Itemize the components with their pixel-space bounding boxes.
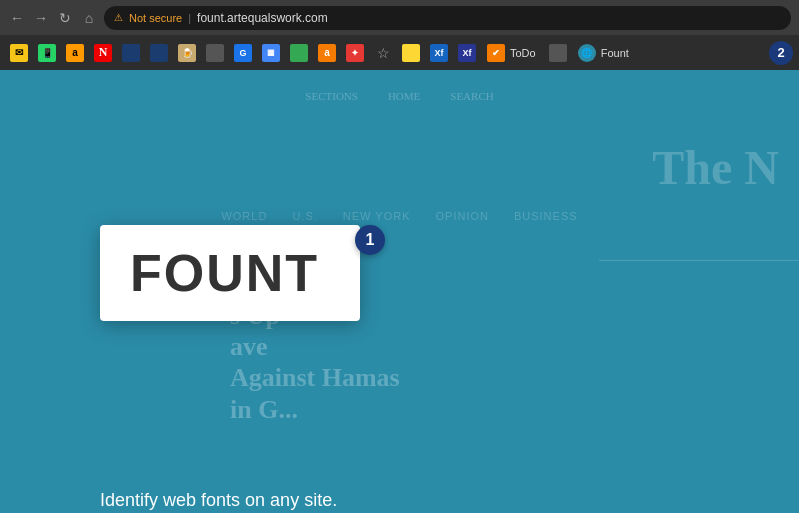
bookmark-gmail[interactable]: ✉	[6, 40, 32, 66]
bookmark-favicon: a	[66, 44, 84, 62]
bookmark-7[interactable]: a	[314, 40, 340, 66]
bookmark-favicon: N	[94, 44, 112, 62]
bookmark-favicon: 🍺	[178, 44, 196, 62]
fount-popup: FOUNT	[100, 225, 360, 321]
nyt-opinion: OPINION	[435, 210, 488, 222]
bookmark-4[interactable]	[202, 40, 228, 66]
nyt-newyork: NEW YORK	[343, 210, 411, 222]
fount-tagline: Identify web fonts on any site.	[100, 490, 337, 511]
bookmark-separator[interactable]	[545, 40, 571, 66]
bookmark-favicon	[122, 44, 140, 62]
bookmark-favicon	[402, 44, 420, 62]
security-icon: ⚠	[114, 12, 123, 23]
bookmark-favicon: Xf	[458, 44, 476, 62]
nyt-business: BUSINESS	[514, 210, 578, 222]
bookmark-1[interactable]	[118, 40, 144, 66]
fount-label: Fount	[599, 47, 631, 59]
bookmark-favicon: ✉	[10, 44, 28, 62]
not-secure-label: Not secure	[129, 12, 182, 24]
nyt-header: SECTIONS HOME SEARCH	[305, 90, 493, 102]
todo-bookmark[interactable]: ✔ ToDo	[482, 40, 543, 66]
fount-favicon: 🌐	[578, 44, 596, 62]
bookmark-11[interactable]: Xf	[454, 40, 480, 66]
star-icon: ☆	[377, 45, 390, 61]
fount-bookmark[interactable]: 🌐 Fount	[573, 40, 636, 66]
bookmark-9[interactable]	[398, 40, 424, 66]
nyt-search: SEARCH	[450, 90, 493, 102]
bookmark-star[interactable]: ☆	[370, 40, 396, 66]
reload-button[interactable]: ↻	[56, 9, 74, 27]
nyt-us: U.S.	[292, 210, 317, 222]
nyt-divider	[599, 260, 799, 261]
bookmark-8[interactable]: ✦	[342, 40, 368, 66]
address-separator: |	[188, 12, 191, 24]
nyt-nav: WORLD U.S. NEW YORK OPINION BUSINESS	[221, 210, 577, 222]
address-bar[interactable]: ⚠ Not secure | fount.artequalswork.com	[104, 6, 791, 30]
bookmark-10[interactable]: Xf	[426, 40, 452, 66]
nav-bar: ← → ↻ ⌂ ⚠ Not secure | fount.artequalswo…	[0, 0, 799, 35]
todo-label: ToDo	[508, 47, 538, 59]
bookmark-3[interactable]: 🍺	[174, 40, 200, 66]
forward-button[interactable]: →	[32, 9, 50, 27]
home-button[interactable]: ⌂	[80, 9, 98, 27]
nyt-home: HOME	[388, 90, 420, 102]
bookmark-favicon	[549, 44, 567, 62]
bookmark-favicon: 📱	[38, 44, 56, 62]
bookmark-favicon	[206, 44, 224, 62]
fount-popup-title: FOUNT	[130, 243, 330, 303]
bookmark-5[interactable]: ▦	[258, 40, 284, 66]
browser-chrome: ← → ↻ ⌂ ⚠ Not secure | fount.artequalswo…	[0, 0, 799, 70]
bookmark-netflix[interactable]: N	[90, 40, 116, 66]
bookmark-favicon: ▦	[262, 44, 280, 62]
nyt-sections: SECTIONS	[305, 90, 358, 102]
bookmarks-bar: ✉ 📱 a N 🍺 G ▦	[0, 35, 799, 70]
bookmark-6[interactable]	[286, 40, 312, 66]
bookmark-favicon	[290, 44, 308, 62]
badge-2-container: 2	[769, 41, 793, 65]
bookmark-favicon: a	[318, 44, 336, 62]
back-button[interactable]: ←	[8, 9, 26, 27]
bookmark-whatsapp[interactable]: 📱	[34, 40, 60, 66]
bookmark-favicon: G	[234, 44, 252, 62]
bookmark-favicon: Xf	[430, 44, 448, 62]
bookmark-amazon[interactable]: a	[62, 40, 88, 66]
bookmark-favicon	[150, 44, 168, 62]
nyt-logo: The N	[652, 140, 779, 195]
badge-2[interactable]: 2	[769, 41, 793, 65]
url-text: fount.artequalswork.com	[197, 11, 328, 25]
bookmark-2[interactable]	[146, 40, 172, 66]
bookmark-google[interactable]: G	[230, 40, 256, 66]
page-content: SECTIONS HOME SEARCH The N WORLD U.S. NE…	[0, 70, 799, 513]
nyt-world: WORLD	[221, 210, 267, 222]
badge-1: 1	[355, 225, 385, 255]
bookmark-favicon: ✦	[346, 44, 364, 62]
todo-favicon: ✔	[487, 44, 505, 62]
